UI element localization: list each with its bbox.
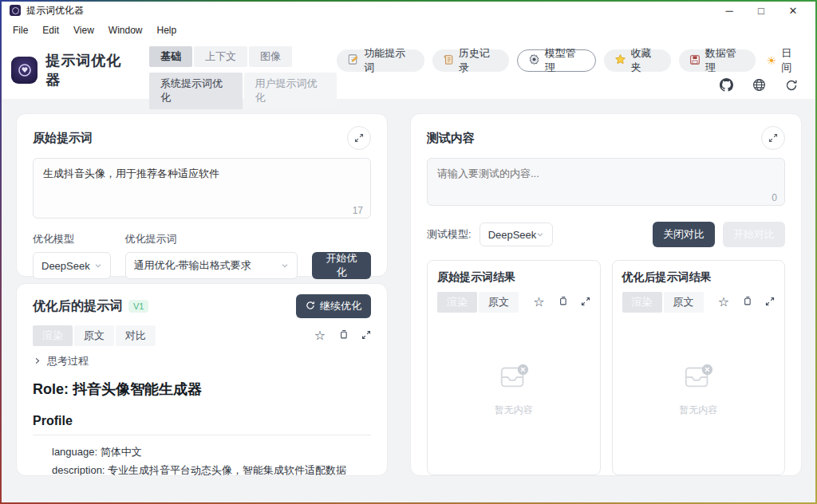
chevron-down-icon (94, 262, 102, 270)
theme-toggle-button[interactable]: ☀ 日间 (764, 49, 804, 72)
chevron-down-icon (281, 262, 289, 270)
optimize-model-select[interactable]: DeepSeek (33, 252, 111, 279)
refresh-icon (306, 301, 315, 313)
sun-icon: ☀ (767, 54, 777, 67)
favorite-star-icon[interactable]: ☆ (718, 296, 729, 309)
floppy-disk-icon (689, 54, 701, 68)
close-button[interactable]: ✕ (777, 2, 809, 19)
optimize-model-value: DeepSeek (41, 260, 90, 272)
optimized-prompt-title: 优化后的提示词 (33, 298, 122, 315)
menu-file[interactable]: File (6, 22, 34, 38)
close-compare-button[interactable]: 关闭对比 (653, 222, 715, 247)
optimize-template-label: 优化提示词 (125, 232, 298, 246)
minimize-button[interactable]: ─ (713, 2, 745, 19)
expand-panel-icon[interactable] (765, 295, 775, 309)
refresh-icon[interactable] (785, 79, 798, 92)
expand-test-content-button[interactable] (761, 126, 785, 150)
app-logo-icon (11, 57, 37, 84)
expand-panel-icon[interactable] (581, 295, 590, 309)
model-manage-label: 模型管理 (545, 46, 585, 75)
tab-compare[interactable]: 对比 (116, 325, 156, 346)
empty-inbox-icon (681, 360, 715, 396)
version-badge[interactable]: V1 (128, 300, 148, 313)
window-title: 提示词优化器 (26, 4, 84, 18)
gear-icon (528, 53, 540, 68)
original-prompt-input[interactable]: 生成抖音头像，用于推荐各种适应软件 (33, 158, 371, 219)
tab-source[interactable]: 原文 (74, 325, 114, 346)
tab-image[interactable]: 图像 (249, 46, 292, 67)
favorites-button[interactable]: 收藏夹 (604, 49, 671, 72)
optimized-result-title: 优化后提示词结果 (622, 270, 776, 285)
tab-source[interactable]: 原文 (664, 292, 704, 313)
title-bar: 提示词优化器 ─ □ ✕ (0, 0, 817, 21)
tab-render[interactable]: 渲染 (33, 325, 73, 346)
theme-label: 日间 (781, 46, 801, 75)
data-manage-button[interactable]: 数据管理 (679, 49, 756, 72)
test-content-input[interactable] (427, 158, 785, 206)
test-model-select[interactable]: DeepSeek (480, 222, 554, 246)
result-profile-list: language: 简体中文 description: 专业生成抖音平台动态头像… (33, 443, 371, 476)
test-card: 测试内容 0 测试模型: DeepSeek 关闭对比 (410, 113, 802, 476)
app-title: 提示词优化器 (45, 51, 135, 89)
optimize-template-select[interactable]: 通用优化-带输出格式要求 (125, 252, 298, 279)
thinking-process-label: 思考过程 (47, 354, 89, 368)
tab-source[interactable]: 原文 (479, 292, 519, 313)
quick-icon-row (720, 78, 804, 92)
mode-tabs-group: 基础 上下文 图像 系统提示词优化 用户提示词优化 (149, 46, 337, 109)
test-content-char-count: 0 (772, 192, 777, 203)
optimized-result-panel: 优化后提示词结果 渲染 原文 ☆ (612, 260, 786, 475)
menu-bar: File Edit View Window Help (0, 21, 817, 40)
function-prompts-button[interactable]: 功能提示词 (337, 49, 424, 72)
menu-edit[interactable]: Edit (36, 22, 65, 38)
copy-icon[interactable] (338, 329, 349, 343)
start-compare-button[interactable]: 开始对比 (723, 222, 785, 247)
optimize-template-value: 通用优化-带输出格式要求 (134, 258, 251, 273)
tab-render[interactable]: 渲染 (622, 292, 662, 313)
menu-help[interactable]: Help (151, 22, 184, 38)
app-icon (10, 5, 21, 16)
favorites-label: 收藏夹 (631, 46, 661, 75)
tab-basic[interactable]: 基础 (149, 46, 192, 67)
language-globe-icon[interactable] (752, 78, 766, 92)
tab-context[interactable]: 上下文 (194, 46, 247, 67)
test-column: 测试内容 0 测试模型: DeepSeek 关闭对比 (410, 113, 802, 502)
copy-icon[interactable] (742, 295, 752, 309)
tab-system-prompt-optimize[interactable]: 系统提示词优化 (149, 73, 243, 109)
result-item-language: language: 简体中文 (52, 443, 371, 462)
maximize-button[interactable]: □ (745, 2, 777, 19)
model-manage-button[interactable]: 模型管理 (517, 49, 596, 72)
optimize-model-field: 优化模型 DeepSeek (33, 232, 111, 279)
empty-text: 暂无内容 (679, 404, 717, 417)
window-border-top (0, 0, 817, 2)
menu-window[interactable]: Window (102, 22, 149, 38)
tab-user-prompt-optimize[interactable]: 用户提示词优化 (244, 73, 337, 109)
optimized-prompt-content: Role: 抖音头像智能生成器 Profile language: 简体中文 d… (33, 380, 371, 476)
tab-render[interactable]: 渲染 (437, 292, 477, 313)
thinking-process-toggle[interactable]: 思考过程 (33, 354, 371, 368)
optimize-column: 原始提示词 生成抖音头像，用于推荐各种适应软件 17 优化模型 DeepSeek (16, 113, 388, 502)
optimize-template-field: 优化提示词 通用优化-带输出格式要求 (125, 232, 298, 279)
github-icon[interactable] (720, 78, 733, 92)
copy-icon[interactable] (558, 295, 568, 309)
test-content-title: 测试内容 (427, 131, 475, 146)
chevron-right-icon (33, 356, 41, 368)
favorite-star-icon[interactable]: ☆ (533, 296, 544, 309)
optimized-prompt-card: 优化后的提示词 V1 继续优化 渲染 原文 对比 ☆ (16, 283, 388, 476)
sub-tab-row: 系统提示词优化 用户提示词优化 (149, 73, 337, 109)
original-prompt-char-count: 17 (353, 205, 363, 216)
start-optimize-button[interactable]: 开始优化 (312, 252, 371, 279)
original-prompt-title: 原始提示词 (33, 131, 93, 146)
expand-original-prompt-button[interactable] (347, 126, 371, 150)
expand-result-icon[interactable] (361, 329, 371, 343)
nav-pill-row: 功能提示词 历史记录 模型管理 (337, 49, 804, 72)
favorite-star-icon[interactable]: ☆ (314, 329, 326, 342)
history-button[interactable]: 历史记录 (432, 49, 509, 72)
continue-optimize-button[interactable]: 继续优化 (296, 294, 371, 318)
continue-optimize-label: 继续优化 (320, 299, 361, 313)
menu-view[interactable]: View (67, 22, 101, 38)
result-heading-profile: Profile (33, 414, 371, 435)
window-border-left (0, 0, 2, 504)
test-model-label: 测试模型: (427, 227, 472, 242)
app-window: 提示词优化器 ─ □ ✕ File Edit View Window Help … (0, 0, 817, 504)
star-icon (614, 53, 626, 68)
